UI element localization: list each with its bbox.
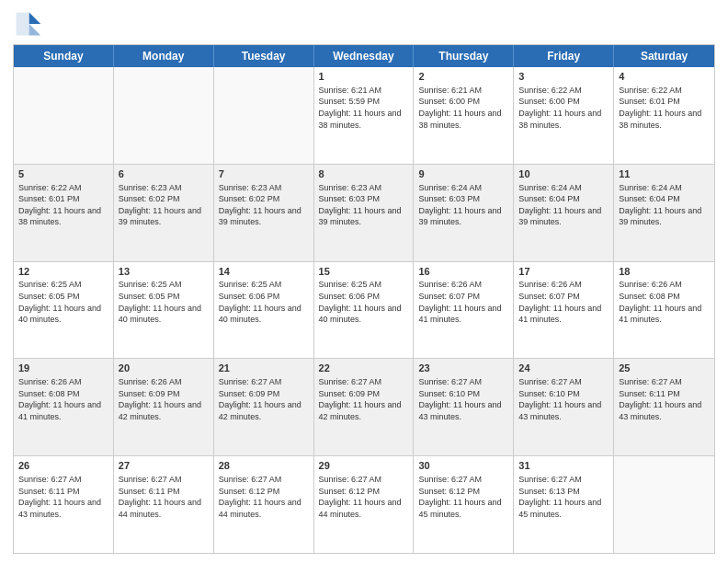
day-cell (614, 456, 714, 553)
svg-marker-0 (29, 13, 40, 24)
day-cell: 24Sunrise: 6:27 AM Sunset: 6:10 PM Dayli… (514, 359, 614, 455)
day-header-sunday: Sunday (14, 45, 114, 67)
day-info: Sunrise: 6:22 AM Sunset: 6:01 PM Dayligh… (619, 85, 710, 131)
day-info: Sunrise: 6:26 AM Sunset: 6:09 PM Dayligh… (119, 376, 209, 422)
day-cell: 25Sunrise: 6:27 AM Sunset: 6:11 PM Dayli… (614, 359, 714, 455)
day-number: 25 (619, 362, 710, 375)
day-number: 27 (119, 459, 209, 473)
day-cell: 30Sunrise: 6:27 AM Sunset: 6:12 PM Dayli… (414, 456, 514, 553)
day-number: 17 (518, 265, 609, 279)
day-number: 26 (18, 459, 108, 473)
week-row-3: 12Sunrise: 6:25 AM Sunset: 6:05 PM Dayli… (14, 261, 714, 359)
day-cell: 15Sunrise: 6:25 AM Sunset: 6:06 PM Dayli… (314, 262, 415, 359)
day-cell: 7Sunrise: 6:23 AM Sunset: 6:02 PM Daylig… (214, 165, 314, 261)
svg-marker-1 (29, 24, 40, 35)
week-row-4: 19Sunrise: 6:26 AM Sunset: 6:08 PM Dayli… (14, 358, 714, 455)
day-cell: 13Sunrise: 6:25 AM Sunset: 6:05 PM Dayli… (114, 262, 214, 359)
day-number: 6 (119, 167, 209, 181)
day-info: Sunrise: 6:27 AM Sunset: 6:11 PM Dayligh… (18, 474, 108, 520)
day-number: 12 (18, 265, 108, 279)
day-number: 29 (319, 459, 409, 473)
page: SundayMondayTuesdayWednesdayThursdayFrid… (0, 0, 728, 563)
day-info: Sunrise: 6:27 AM Sunset: 6:09 PM Dayligh… (219, 376, 309, 422)
day-cell: 28Sunrise: 6:27 AM Sunset: 6:12 PM Dayli… (214, 456, 314, 553)
day-info: Sunrise: 6:22 AM Sunset: 6:01 PM Dayligh… (18, 182, 108, 228)
day-number: 2 (418, 70, 508, 84)
day-info: Sunrise: 6:24 AM Sunset: 6:04 PM Dayligh… (518, 182, 609, 228)
logo-icon (13, 9, 42, 39)
day-info: Sunrise: 6:27 AM Sunset: 6:13 PM Dayligh… (518, 474, 609, 520)
day-number: 16 (418, 265, 508, 279)
day-info: Sunrise: 6:24 AM Sunset: 6:04 PM Dayligh… (619, 182, 710, 228)
day-cell: 26Sunrise: 6:27 AM Sunset: 6:11 PM Dayli… (14, 456, 114, 553)
day-cell (214, 67, 314, 164)
day-cell (114, 67, 214, 164)
day-header-tuesday: Tuesday (214, 45, 314, 67)
week-row-1: 1Sunrise: 6:21 AM Sunset: 5:59 PM Daylig… (14, 67, 714, 164)
day-cell: 2Sunrise: 6:21 AM Sunset: 6:00 PM Daylig… (414, 67, 514, 164)
day-cell (14, 67, 114, 164)
day-number: 3 (518, 70, 609, 84)
day-cell: 11Sunrise: 6:24 AM Sunset: 6:04 PM Dayli… (614, 165, 714, 261)
day-number: 14 (219, 265, 309, 279)
day-cell: 23Sunrise: 6:27 AM Sunset: 6:10 PM Dayli… (414, 359, 514, 455)
day-info: Sunrise: 6:23 AM Sunset: 6:02 PM Dayligh… (119, 182, 209, 228)
day-cell: 9Sunrise: 6:24 AM Sunset: 6:03 PM Daylig… (414, 165, 514, 261)
day-cell: 16Sunrise: 6:26 AM Sunset: 6:07 PM Dayli… (414, 262, 514, 359)
day-header-thursday: Thursday (414, 45, 514, 67)
day-cell: 4Sunrise: 6:22 AM Sunset: 6:01 PM Daylig… (614, 67, 714, 164)
day-number: 8 (319, 167, 409, 181)
svg-rect-2 (17, 13, 29, 36)
day-cell: 29Sunrise: 6:27 AM Sunset: 6:12 PM Dayli… (314, 456, 415, 553)
day-number: 18 (619, 265, 710, 279)
day-info: Sunrise: 6:21 AM Sunset: 5:59 PM Dayligh… (319, 85, 409, 131)
day-info: Sunrise: 6:26 AM Sunset: 6:08 PM Dayligh… (18, 376, 108, 422)
day-info: Sunrise: 6:23 AM Sunset: 6:03 PM Dayligh… (319, 182, 409, 228)
day-number: 5 (18, 167, 108, 181)
day-info: Sunrise: 6:27 AM Sunset: 6:10 PM Dayligh… (518, 376, 609, 422)
day-header-monday: Monday (114, 45, 214, 67)
day-info: Sunrise: 6:26 AM Sunset: 6:08 PM Dayligh… (619, 279, 710, 325)
day-cell: 6Sunrise: 6:23 AM Sunset: 6:02 PM Daylig… (114, 165, 214, 261)
day-cell: 1Sunrise: 6:21 AM Sunset: 5:59 PM Daylig… (314, 67, 415, 164)
day-header-saturday: Saturday (614, 45, 714, 67)
day-info: Sunrise: 6:23 AM Sunset: 6:02 PM Dayligh… (219, 182, 309, 228)
day-number: 4 (619, 70, 710, 84)
day-number: 10 (518, 167, 609, 181)
day-cell: 8Sunrise: 6:23 AM Sunset: 6:03 PM Daylig… (314, 165, 415, 261)
day-number: 11 (619, 167, 710, 181)
day-cell: 21Sunrise: 6:27 AM Sunset: 6:09 PM Dayli… (214, 359, 314, 455)
day-info: Sunrise: 6:24 AM Sunset: 6:03 PM Dayligh… (418, 182, 508, 228)
week-row-2: 5Sunrise: 6:22 AM Sunset: 6:01 PM Daylig… (14, 164, 714, 261)
day-cell: 10Sunrise: 6:24 AM Sunset: 6:04 PM Dayli… (514, 165, 614, 261)
day-info: Sunrise: 6:27 AM Sunset: 6:09 PM Dayligh… (319, 376, 409, 422)
day-info: Sunrise: 6:26 AM Sunset: 6:07 PM Dayligh… (418, 279, 508, 325)
day-cell: 3Sunrise: 6:22 AM Sunset: 6:00 PM Daylig… (514, 67, 614, 164)
calendar: SundayMondayTuesdayWednesdayThursdayFrid… (13, 44, 715, 554)
day-info: Sunrise: 6:25 AM Sunset: 6:05 PM Dayligh… (119, 279, 209, 325)
day-info: Sunrise: 6:26 AM Sunset: 6:07 PM Dayligh… (518, 279, 609, 325)
day-cell: 17Sunrise: 6:26 AM Sunset: 6:07 PM Dayli… (514, 262, 614, 359)
day-header-friday: Friday (514, 45, 614, 67)
day-cell: 31Sunrise: 6:27 AM Sunset: 6:13 PM Dayli… (514, 456, 614, 553)
day-info: Sunrise: 6:21 AM Sunset: 6:00 PM Dayligh… (418, 85, 508, 131)
day-cell: 12Sunrise: 6:25 AM Sunset: 6:05 PM Dayli… (14, 262, 114, 359)
header (13, 9, 715, 39)
day-cell: 22Sunrise: 6:27 AM Sunset: 6:09 PM Dayli… (314, 359, 415, 455)
day-number: 9 (418, 167, 508, 181)
day-info: Sunrise: 6:27 AM Sunset: 6:11 PM Dayligh… (619, 376, 710, 422)
day-cell: 14Sunrise: 6:25 AM Sunset: 6:06 PM Dayli… (214, 262, 314, 359)
day-info: Sunrise: 6:25 AM Sunset: 6:06 PM Dayligh… (319, 279, 409, 325)
day-number: 24 (518, 362, 609, 375)
day-number: 15 (319, 265, 409, 279)
day-info: Sunrise: 6:27 AM Sunset: 6:11 PM Dayligh… (119, 474, 209, 520)
day-number: 20 (119, 362, 209, 375)
day-number: 19 (18, 362, 108, 375)
day-number: 31 (518, 459, 609, 473)
day-cell: 27Sunrise: 6:27 AM Sunset: 6:11 PM Dayli… (114, 456, 214, 553)
day-number: 22 (319, 362, 409, 375)
day-cell: 5Sunrise: 6:22 AM Sunset: 6:01 PM Daylig… (14, 165, 114, 261)
day-info: Sunrise: 6:25 AM Sunset: 6:06 PM Dayligh… (219, 279, 309, 325)
day-info: Sunrise: 6:27 AM Sunset: 6:12 PM Dayligh… (319, 474, 409, 520)
day-info: Sunrise: 6:25 AM Sunset: 6:05 PM Dayligh… (18, 279, 108, 325)
